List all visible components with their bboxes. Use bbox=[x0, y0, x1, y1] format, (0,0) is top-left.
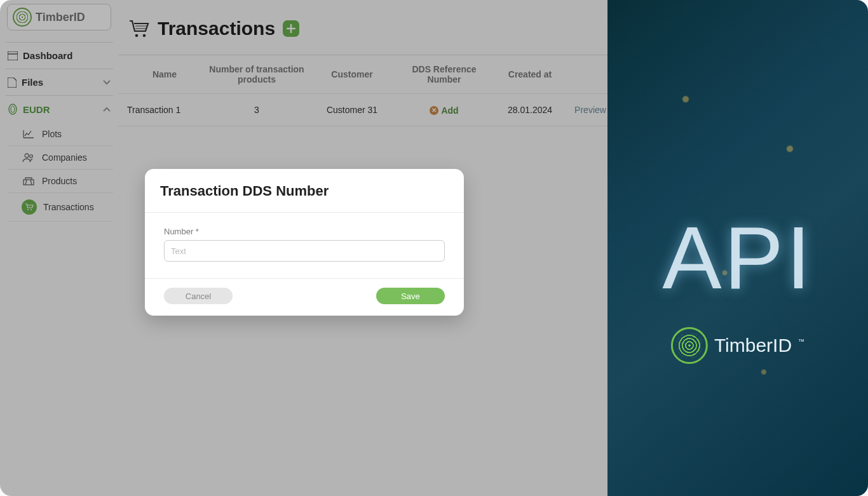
modal-title: Transaction DDS Number bbox=[145, 169, 464, 213]
trademark-icon: ™ bbox=[798, 338, 804, 345]
fingerprint-icon bbox=[671, 327, 708, 364]
promo-panel: API TimberID ™ bbox=[607, 0, 868, 496]
field-label: Number * bbox=[164, 227, 445, 236]
promo-brand: TimberID bbox=[714, 335, 792, 356]
promo-api-text: API bbox=[662, 206, 813, 309]
cancel-button[interactable]: Cancel bbox=[164, 288, 233, 304]
promo-logo: TimberID ™ bbox=[671, 327, 804, 364]
dds-number-input[interactable] bbox=[164, 240, 445, 262]
dds-modal: Transaction DDS Number Number * Cancel S… bbox=[145, 169, 464, 316]
save-button[interactable]: Save bbox=[376, 288, 445, 304]
